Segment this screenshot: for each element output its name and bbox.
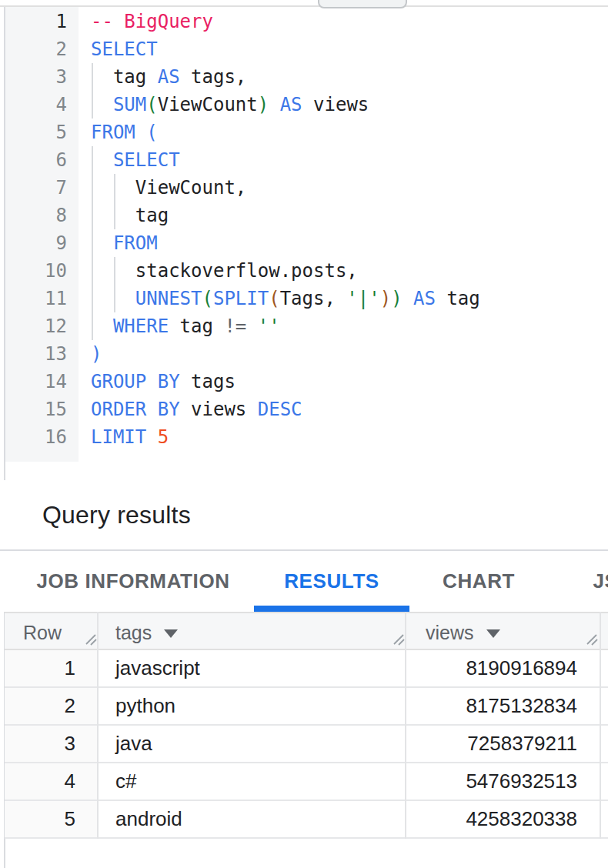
- token-plain: tag: [436, 288, 480, 309]
- token-kw: UNNEST: [135, 288, 202, 309]
- token-kw: SELECT: [91, 38, 158, 60]
- code-line[interactable]: UNNEST(SPLIT(Tags, '|')) AS tag: [91, 285, 480, 312]
- line-number: 3: [5, 63, 67, 91]
- active-tab-underline: [254, 606, 409, 612]
- panel-resize-handle[interactable]: [318, 0, 407, 8]
- token-plain: [91, 149, 113, 171]
- token-op: !=: [224, 315, 246, 337]
- column-resize-grip-icon[interactable]: [85, 633, 97, 646]
- token-plain: ViewCount,: [91, 177, 246, 199]
- token-kw: FROM: [113, 232, 158, 254]
- token-p3: ): [380, 288, 391, 309]
- line-number: 8: [5, 202, 67, 229]
- column-header-views: views: [405, 613, 600, 652]
- code-line[interactable]: tag: [91, 202, 169, 229]
- column-resize-grip-icon[interactable]: [393, 633, 405, 646]
- code-line[interactable]: GROUP BY tags: [91, 368, 236, 396]
- column-menu-arrow-icon[interactable]: [486, 629, 500, 638]
- token-kw: LIMIT: [91, 426, 146, 448]
- line-number: 13: [5, 340, 67, 368]
- token-kw: SPLIT: [213, 288, 269, 309]
- token-p3: (: [269, 288, 279, 309]
- table-header-row: Row tags views: [5, 612, 608, 650]
- token-plain: tags,: [180, 66, 247, 88]
- column-resize-grip-icon[interactable]: [586, 633, 598, 646]
- column-header-tags: tags: [97, 613, 405, 652]
- cell-views: 4258320338: [405, 801, 600, 837]
- line-number: 7: [5, 174, 67, 202]
- line-number: 14: [5, 368, 67, 396]
- cell-views: 5476932513: [405, 763, 600, 800]
- cell-views: 7258379211: [405, 726, 600, 762]
- column-label: views: [426, 622, 474, 644]
- token-plain: [91, 288, 135, 309]
- code-line[interactable]: SUM(ViewCount) AS views: [91, 91, 369, 119]
- line-number: 9: [5, 229, 67, 257]
- code-line[interactable]: SELECT: [91, 146, 180, 174]
- token-kw: DESC: [246, 399, 302, 420]
- code-line[interactable]: WHERE tag != '': [91, 312, 280, 340]
- results-table: Row tags views 1javascript81909168942pyt…: [5, 612, 608, 839]
- code-line[interactable]: SELECT: [91, 35, 158, 63]
- column-divider: [600, 612, 601, 839]
- tab-json[interactable]: JSON: [548, 551, 608, 612]
- line-number: 4: [5, 91, 67, 119]
- token-str: '|': [336, 288, 380, 309]
- page-title: Query results: [42, 501, 191, 529]
- token-p2: (: [146, 94, 157, 115]
- token-p2: ): [391, 288, 402, 309]
- column-label: tags: [115, 622, 152, 644]
- token-p2: (: [202, 288, 213, 309]
- code-line[interactable]: -- BigQuery: [91, 8, 213, 35]
- column-divider: [97, 612, 99, 839]
- token-kw: SUM: [113, 94, 146, 115]
- tab-chart[interactable]: CHART: [409, 551, 548, 612]
- token-kw: SELECT: [113, 149, 180, 171]
- token-kw: AS: [403, 288, 436, 309]
- code-line[interactable]: ORDER BY views DESC: [91, 396, 302, 423]
- token-plain: tag: [91, 66, 146, 88]
- token-plain: views: [302, 94, 369, 115]
- code-line[interactable]: FROM (: [91, 119, 158, 146]
- token-p1: ): [91, 343, 102, 365]
- column-menu-arrow-icon[interactable]: [164, 629, 178, 638]
- token-plain: [91, 94, 113, 115]
- code-line[interactable]: LIMIT 5: [91, 423, 169, 451]
- tab-results[interactable]: RESULTS: [254, 551, 409, 612]
- code-line[interactable]: stackoverflow.posts,: [91, 257, 358, 285]
- code-line[interactable]: ): [91, 340, 102, 368]
- line-number: 1: [5, 8, 67, 35]
- token-kw: GROUP BY: [91, 371, 180, 392]
- code-line[interactable]: FROM: [91, 229, 158, 257]
- column-divider: [405, 612, 406, 839]
- cell-tags: java: [97, 726, 405, 762]
- line-number: 2: [5, 35, 67, 63]
- table-row: 5android4258320338: [5, 801, 608, 839]
- sql-editor[interactable]: 1-- BigQuery2SELECT3 tag AS tags,4 SUM(V…: [5, 7, 608, 479]
- token-kw: ORDER BY: [91, 399, 180, 420]
- token-plain: tag: [169, 315, 224, 337]
- code-line[interactable]: ViewCount,: [91, 174, 246, 202]
- token-plain: ViewCount: [158, 94, 258, 115]
- cell-tags: android: [97, 801, 405, 837]
- token-plain: Tags,: [280, 288, 336, 309]
- cell-tags: python: [97, 688, 405, 724]
- token-comment: -- BigQuery: [91, 11, 213, 32]
- tab-job-information[interactable]: JOB INFORMATION: [12, 551, 254, 612]
- code-line[interactable]: tag AS tags,: [91, 63, 246, 91]
- line-number: 5: [5, 119, 67, 146]
- editor-top-divider: [0, 0, 608, 7]
- token-plain: [91, 232, 113, 254]
- line-number: 15: [5, 396, 67, 423]
- cell-tags: c#: [97, 763, 405, 800]
- results-tabbar: JOB INFORMATIONRESULTSCHARTJSON: [0, 551, 608, 612]
- line-number: 6: [5, 146, 67, 174]
- cell-row-number: 5: [5, 801, 97, 837]
- line-number: 16: [5, 423, 67, 451]
- table-row: 4c#5476932513: [5, 763, 608, 801]
- token-plain: tag: [91, 205, 169, 226]
- token-plain: [91, 315, 113, 337]
- table-row: 1javascript8190916894: [5, 650, 608, 688]
- cell-tags: javascript: [97, 650, 405, 686]
- line-number: 10: [5, 257, 67, 285]
